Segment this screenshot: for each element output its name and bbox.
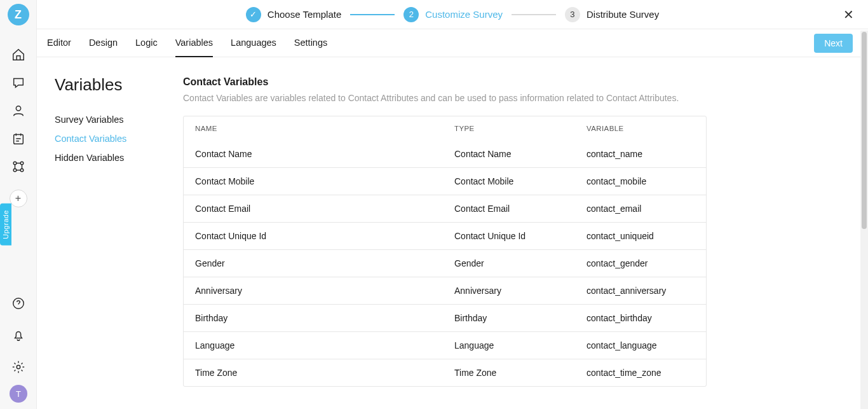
user-avatar[interactable]: T bbox=[10, 385, 27, 403]
svg-point-4 bbox=[13, 169, 17, 172]
table-row[interactable]: Contact Unique IdContact Unique Idcontac… bbox=[184, 222, 706, 249]
tab-variables[interactable]: Variables bbox=[175, 29, 213, 57]
nav-home-icon[interactable] bbox=[6, 42, 31, 67]
cell-type: Gender bbox=[443, 250, 575, 277]
tabs-bar: Editor Design Logic Variables Languages … bbox=[37, 29, 868, 57]
cell-name: Birthday bbox=[184, 305, 443, 331]
next-button[interactable]: Next bbox=[814, 34, 853, 53]
sidebar-item-hidden-variables[interactable]: Hidden Variables bbox=[55, 148, 170, 167]
window-scrollbar[interactable] bbox=[860, 31, 868, 409]
svg-point-0 bbox=[16, 106, 20, 111]
cell-variable: contact_mobile bbox=[575, 168, 706, 195]
table-header-row: NAME TYPE VARIABLE bbox=[184, 116, 706, 141]
scrollbar-thumb[interactable] bbox=[862, 32, 867, 229]
cell-type: Contact Name bbox=[443, 141, 575, 167]
step-connector bbox=[350, 14, 395, 15]
tab-editor[interactable]: Editor bbox=[47, 29, 71, 57]
cell-variable: contact_gender bbox=[575, 250, 706, 277]
col-header-variable: VARIABLE bbox=[575, 116, 706, 141]
cell-name: Time Zone bbox=[184, 359, 443, 386]
upgrade-tab[interactable]: Upgrade bbox=[0, 204, 11, 246]
step-choose-template[interactable]: ✓ Choose Template bbox=[246, 7, 341, 22]
cell-type: Anniversary bbox=[443, 277, 575, 304]
tab-logic[interactable]: Logic bbox=[135, 29, 158, 57]
cell-variable: contact_email bbox=[575, 195, 706, 222]
table-row[interactable]: Contact MobileContact Mobilecontact_mobi… bbox=[184, 167, 706, 195]
cell-name: Contact Mobile bbox=[184, 168, 443, 195]
cell-name: Language bbox=[184, 332, 443, 359]
nav-surveys-icon[interactable] bbox=[6, 126, 31, 151]
rail-bottom-group: T bbox=[0, 289, 37, 403]
table-row[interactable]: Contact NameContact Namecontact_name bbox=[184, 141, 706, 167]
settings-icon[interactable] bbox=[6, 354, 31, 380]
cell-variable: contact_name bbox=[575, 141, 706, 167]
notifications-icon[interactable] bbox=[6, 322, 31, 348]
col-header-type: TYPE bbox=[443, 116, 575, 141]
svg-point-2 bbox=[13, 162, 17, 165]
step-number-icon: 3 bbox=[565, 7, 580, 22]
variables-subsidebar: Variables Survey Variables Contact Varia… bbox=[37, 57, 170, 409]
step-label: Distribute Survey bbox=[587, 9, 659, 20]
table-row[interactable]: BirthdayBirthdaycontact_birthday bbox=[184, 304, 706, 331]
upgrade-label: Upgrade bbox=[2, 210, 10, 239]
cell-name: Contact Unique Id bbox=[184, 223, 443, 249]
table-row[interactable]: AnniversaryAnniversarycontact_anniversar… bbox=[184, 277, 706, 304]
tab-settings[interactable]: Settings bbox=[294, 29, 327, 57]
cell-variable: contact_language bbox=[575, 332, 706, 359]
cell-variable: contact_birthday bbox=[575, 305, 706, 331]
table-row[interactable]: GenderGendercontact_gender bbox=[184, 249, 706, 277]
cell-type: Time Zone bbox=[443, 359, 575, 386]
step-customize-survey[interactable]: 2 Customize Survey bbox=[403, 7, 503, 22]
help-icon[interactable] bbox=[6, 291, 31, 316]
main-panel: Contact Variables Contact Variables are … bbox=[170, 57, 860, 409]
cell-name: Anniversary bbox=[184, 277, 443, 304]
nav-chat-icon[interactable] bbox=[6, 70, 31, 95]
sidebar-item-survey-variables[interactable]: Survey Variables bbox=[55, 110, 170, 129]
page-title: Variables bbox=[55, 75, 170, 95]
nav-workflows-icon[interactable] bbox=[6, 154, 31, 179]
step-connector bbox=[512, 14, 556, 15]
cell-variable: contact_anniversary bbox=[575, 277, 706, 304]
svg-point-7 bbox=[17, 365, 20, 369]
col-header-name: NAME bbox=[184, 116, 443, 141]
svg-point-3 bbox=[20, 162, 24, 165]
table-row[interactable]: LanguageLanguagecontact_language bbox=[184, 331, 706, 359]
section-description: Contact Variables are variables related … bbox=[183, 93, 841, 103]
nav-contacts-icon[interactable] bbox=[6, 98, 31, 123]
nav-add-button[interactable]: + bbox=[10, 190, 27, 207]
cell-type: Contact Email bbox=[443, 195, 575, 222]
step-label: Customize Survey bbox=[425, 9, 503, 20]
cell-name: Contact Email bbox=[184, 195, 443, 222]
cell-name: Gender bbox=[184, 250, 443, 277]
sidebar-item-contact-variables[interactable]: Contact Variables bbox=[55, 129, 170, 148]
stepper-bar: ✓ Choose Template 2 Customize Survey 3 D… bbox=[37, 0, 868, 29]
cell-type: Language bbox=[443, 332, 575, 359]
table-row[interactable]: Contact EmailContact Emailcontact_email bbox=[184, 195, 706, 222]
cell-type: Contact Mobile bbox=[443, 168, 575, 195]
cell-type: Contact Unique Id bbox=[443, 223, 575, 249]
check-icon: ✓ bbox=[246, 7, 261, 22]
tab-languages[interactable]: Languages bbox=[231, 29, 276, 57]
cell-variable: contact_uniqueid bbox=[575, 223, 706, 249]
variables-table: NAME TYPE VARIABLE Contact NameContact N… bbox=[183, 116, 707, 387]
avatar-letter: T bbox=[16, 389, 21, 399]
tab-design[interactable]: Design bbox=[89, 29, 118, 57]
content-area: Variables Survey Variables Contact Varia… bbox=[37, 57, 860, 409]
table-row[interactable]: Time ZoneTime Zonecontact_time_zone bbox=[184, 359, 706, 386]
svg-point-5 bbox=[20, 169, 24, 172]
section-title: Contact Variables bbox=[183, 76, 841, 88]
step-label: Choose Template bbox=[268, 9, 341, 20]
left-rail: Z + Upgrade T bbox=[0, 0, 37, 409]
cell-variable: contact_time_zone bbox=[575, 359, 706, 386]
svg-rect-1 bbox=[13, 135, 23, 144]
step-distribute-survey[interactable]: 3 Distribute Survey bbox=[565, 7, 659, 22]
cell-name: Contact Name bbox=[184, 141, 443, 167]
step-number-icon: 2 bbox=[403, 7, 419, 22]
close-icon[interactable]: ✕ bbox=[841, 8, 855, 22]
app-logo-letter: Z bbox=[15, 8, 22, 22]
plus-icon: + bbox=[15, 193, 21, 204]
cell-type: Birthday bbox=[443, 305, 575, 331]
app-logo[interactable]: Z bbox=[8, 4, 29, 25]
